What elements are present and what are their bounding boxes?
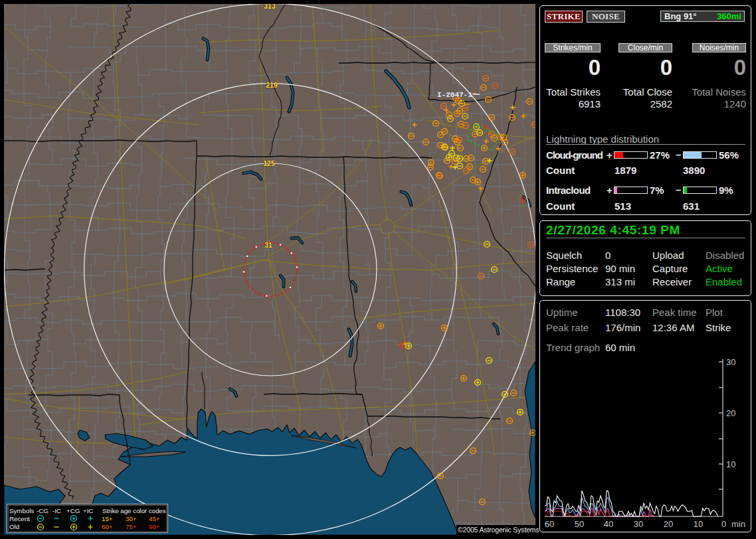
svg-text:313: 313	[264, 4, 276, 10]
svg-text:20: 20	[726, 408, 735, 418]
svg-text:10: 10	[726, 459, 735, 469]
svg-text:20: 20	[664, 519, 673, 529]
svg-text:60: 60	[545, 519, 554, 529]
svg-text:219: 219	[266, 81, 278, 89]
svg-text:30: 30	[634, 519, 643, 529]
svg-text:40: 40	[604, 519, 613, 529]
svg-text:125: 125	[263, 159, 275, 167]
svg-text:30: 30	[726, 357, 735, 367]
svg-text:0: 0	[721, 519, 726, 529]
svg-text:I-2847-1: I-2847-1	[437, 91, 472, 99]
svg-text:min: min	[731, 519, 745, 529]
svg-text:10: 10	[694, 519, 703, 529]
svg-text:50: 50	[575, 519, 584, 529]
svg-text:31: 31	[264, 241, 272, 249]
